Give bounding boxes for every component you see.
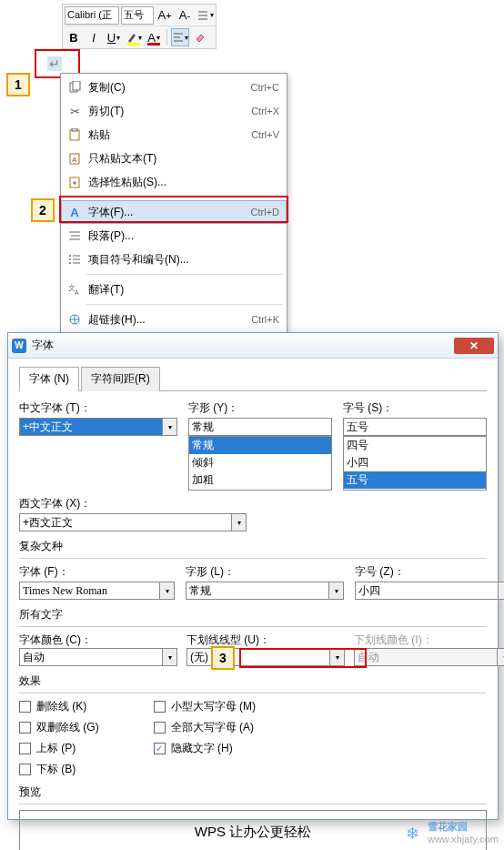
smallcaps-checkbox[interactable]: 小型大写字母 (M) <box>154 699 256 714</box>
menu-label: 复制(C) <box>85 80 251 96</box>
menu-translate[interactable]: 文A 翻译(T) <box>61 278 287 301</box>
ucolor-label: 下划线颜色 (I)： <box>354 633 433 646</box>
preview-section-label: 预览 <box>19 784 487 800</box>
menu-paste-special[interactable]: 选择性粘贴(S)... <box>61 170 287 194</box>
menu-shortcut: Ctrl+C <box>251 82 279 93</box>
menu-hyperlink[interactable]: 超链接(H)... Ctrl+K <box>61 308 287 331</box>
dstrike-checkbox[interactable]: 双删除线 (G) <box>19 720 99 735</box>
bold-button[interactable]: B <box>65 28 83 46</box>
watermark-url: www.xhjaty.com <box>428 834 499 845</box>
font-color-button[interactable]: A▾ <box>145 28 163 46</box>
line-spacing-button[interactable]: ▾ <box>196 6 214 25</box>
tab-spacing[interactable]: 字符间距(R) <box>81 367 160 391</box>
watermark-text: 雪花家园 <box>428 820 499 834</box>
dropdown-arrow-icon[interactable]: ▾ <box>163 418 177 436</box>
svg-point-9 <box>69 262 71 264</box>
menu-cut[interactable]: ✂ 剪切(T) Ctrl+X <box>61 99 287 123</box>
font-name-select[interactable] <box>65 6 119 25</box>
decrease-font-button[interactable]: A- <box>176 6 194 25</box>
size-label: 字号 (S)： <box>343 400 487 416</box>
translate-icon: 文A <box>65 283 85 296</box>
strike-checkbox[interactable]: 删除线 (K) <box>19 699 99 714</box>
link-icon <box>65 313 85 326</box>
menu-label: 剪切(T) <box>85 104 251 119</box>
dropdown-arrow-icon[interactable]: ▾ <box>163 648 177 666</box>
dropdown-arrow-icon[interactable]: ▾ <box>329 582 344 600</box>
cx-size-input[interactable] <box>355 582 499 600</box>
underline-button[interactable]: U▾ <box>105 28 123 46</box>
menu-label: 粘贴 <box>85 127 251 143</box>
menu-bullets[interactable]: 项目符号和编号(N)... <box>61 248 287 271</box>
close-button[interactable]: ✕ <box>454 338 494 354</box>
svg-point-8 <box>69 258 71 260</box>
align-button[interactable]: ▾ <box>171 28 189 46</box>
watermark: ❄ 雪花家园 www.xhjaty.com <box>406 820 499 845</box>
style-input[interactable] <box>188 418 332 436</box>
menu-label: 翻译(T) <box>85 282 279 298</box>
style-listbox[interactable]: 常规 倾斜 加粗 <box>188 436 332 491</box>
west-font-input[interactable] <box>19 513 232 531</box>
menu-paragraph[interactable]: 段落(P)... <box>61 224 287 248</box>
dropdown-arrow-icon[interactable]: ▾ <box>160 582 175 600</box>
style-label: 字形 (Y)： <box>188 400 332 416</box>
cn-font-input[interactable] <box>19 418 163 436</box>
underline-label: 下划线线型 (U)： <box>186 633 270 646</box>
clipboard-icon <box>65 128 85 141</box>
checkbox-label: 隐藏文字 (H) <box>171 741 233 756</box>
checkbox-label: 全部大写字母 (A) <box>171 720 254 735</box>
eraser-button[interactable] <box>191 28 209 46</box>
svg-text:A: A <box>75 289 79 296</box>
callout-box-3 <box>239 648 367 668</box>
cx-font-input[interactable] <box>19 582 160 600</box>
menu-label: 只粘贴文本(T) <box>85 151 279 167</box>
list-icon <box>65 254 85 265</box>
menu-paste[interactable]: 粘贴 Ctrl+V <box>61 123 287 147</box>
cx-font-label: 字体 (F)： <box>19 564 175 580</box>
tab-font[interactable]: 字体 (N) <box>19 367 79 391</box>
checkbox-label: 双删除线 (G) <box>36 720 99 735</box>
checkbox-label: 删除线 (K) <box>36 699 86 714</box>
italic-button[interactable]: I <box>85 28 103 46</box>
super-checkbox[interactable]: 上标 (P) <box>19 741 99 756</box>
menu-label: 选择性粘贴(S)... <box>85 175 279 190</box>
paste-special-icon <box>65 176 85 188</box>
cx-style-label: 字形 (L)： <box>186 564 344 580</box>
color-input[interactable] <box>19 648 163 666</box>
west-font-label: 西文字体 (X)： <box>19 496 247 511</box>
svg-rect-1 <box>73 81 80 90</box>
checkbox-label: 小型大写字母 (M) <box>171 699 256 714</box>
svg-text:A: A <box>72 156 77 164</box>
hidden-checkbox[interactable]: ✓隐藏文字 (H) <box>154 741 256 756</box>
dropdown-arrow-icon[interactable]: ▾ <box>499 582 504 600</box>
size-listbox[interactable]: 四号 小四 五号 <box>343 436 487 491</box>
cx-style-input[interactable] <box>186 582 329 600</box>
scissors-icon: ✂ <box>65 105 85 118</box>
snowflake-icon: ❄ <box>406 824 424 842</box>
menu-copy[interactable]: 复制(C) Ctrl+C <box>61 76 287 99</box>
copy-icon <box>65 81 85 94</box>
font-size-select[interactable] <box>121 6 154 25</box>
menu-label: 项目符号和编号(N)... <box>85 252 279 268</box>
sub-checkbox[interactable]: 下标 (B) <box>19 762 99 777</box>
dropdown-arrow-icon: ▾ <box>498 648 504 666</box>
callout-marker-1: 1 <box>6 73 30 96</box>
highlight-button[interactable]: ▾ <box>125 28 143 46</box>
preview-text: WPS 让办公更轻松 <box>195 824 311 841</box>
color-label: 字体颜色 (C)： <box>19 633 92 646</box>
svg-rect-3 <box>72 128 77 131</box>
dialog-titlebar: W 字体 ✕ <box>8 333 498 359</box>
checkbox-label: 上标 (P) <box>36 741 76 756</box>
dropdown-arrow-icon[interactable]: ▾ <box>232 513 247 531</box>
paste-text-icon: A <box>65 152 85 165</box>
increase-font-button[interactable]: A+ <box>156 6 174 25</box>
effects-section-label: 效果 <box>19 673 487 689</box>
size-input[interactable] <box>343 418 487 436</box>
allcaps-checkbox[interactable]: 全部大写字母 (A) <box>154 720 256 735</box>
dialog-title: 字体 <box>32 338 454 353</box>
formatting-toolbar: A+ A- ▾ B I U▾ ▾ A▾ ▾ <box>62 4 217 49</box>
menu-label: 段落(P)... <box>85 228 279 244</box>
checkbox-label: 下标 (B) <box>36 762 76 777</box>
callout-marker-2: 2 <box>31 198 55 222</box>
menu-paste-text[interactable]: A 只粘贴文本(T) <box>61 147 287 170</box>
cx-size-label: 字号 (Z)： <box>355 564 504 580</box>
